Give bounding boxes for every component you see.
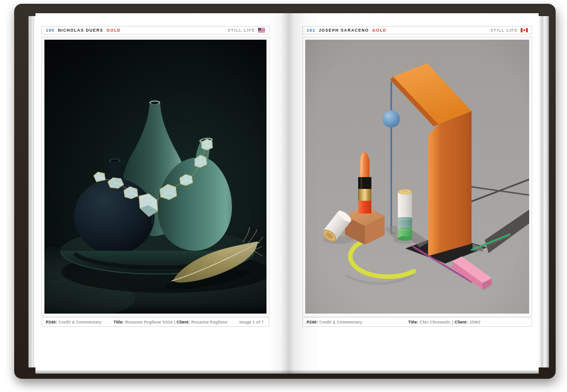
page-edge-bottom-right [287, 370, 539, 374]
right-photo-frame [302, 37, 532, 316]
page-edge-bottom-left [35, 370, 287, 374]
photographer-name: NICHOLAS DUERS [58, 28, 103, 33]
award-label: GOLD [372, 28, 387, 33]
title-label: Title: [408, 320, 418, 324]
category-area: STILL LIFE [228, 28, 265, 33]
page-edges-right [539, 16, 549, 367]
left-page-header: 160 NICHOLAS DUERS GOLD STILL LIFE [42, 26, 269, 34]
left-page: 160 NICHOLAS DUERS GOLD STILL LIFE [35, 13, 287, 370]
client-value: Rosanne Pugliese [191, 320, 227, 324]
entry-number: 161 [307, 28, 315, 33]
title-value: Rosanne Pugliese SS24 [125, 320, 173, 324]
title-client: Title: Chic Chromatic | Client: JSW2 [408, 320, 482, 324]
left-page-footer: P240: Credit & Commentary Title: Rosanne… [42, 317, 269, 327]
page-ref-value: Credit & Commentary [319, 320, 362, 324]
category-label: STILL LIFE [490, 28, 518, 33]
left-photo-still-life-vases [44, 40, 266, 314]
category-area: STILL LIFE [490, 28, 528, 33]
page-ref-label: P240: [307, 320, 318, 324]
entry-number: 160 [46, 28, 54, 33]
divider: | [452, 320, 454, 324]
left-photo-frame [42, 37, 269, 316]
right-photo-geometric-still-life [305, 40, 529, 314]
entry-credit: 160 NICHOLAS DUERS GOLD [46, 28, 121, 33]
title-label: Title: [113, 320, 123, 324]
right-page-footer: P240: Credit & Commentary Title: Chic Ch… [302, 317, 532, 327]
right-page: 161 JOSEPH SARACENO GOLD STILL LIFE [287, 13, 539, 370]
category-label: STILL LIFE [228, 28, 255, 33]
divider: | [174, 320, 175, 324]
title-client: Title: Rosanne Pugliese SS24 | Client: R… [113, 320, 229, 324]
us-flag-icon [258, 28, 265, 33]
photographer-name: JOSEPH SARACENO [318, 28, 369, 33]
book: 160 NICHOLAS DUERS GOLD STILL LIFE [14, 4, 556, 379]
page-reference: P240: Credit & Commentary [46, 320, 103, 324]
page-reference: P240: Credit & Commentary [307, 320, 364, 324]
right-page-header: 161 JOSEPH SARACENO GOLD STILL LIFE [302, 26, 532, 34]
client-label: Client: [455, 320, 468, 324]
client-value: JSW2 [469, 320, 481, 324]
canada-flag-icon [521, 28, 528, 33]
page-edges-left [28, 16, 36, 367]
title-value: Chic Chromatic [420, 320, 451, 324]
entry-credit: 161 JOSEPH SARACENO GOLD [307, 28, 387, 33]
award-label: GOLD [107, 28, 121, 33]
book-spread: 160 NICHOLAS DUERS GOLD STILL LIFE [0, 0, 567, 392]
page-ref-label: P240: [46, 320, 57, 324]
image-count: Image 1 of 7 [239, 320, 264, 324]
client-label: Client: [177, 320, 190, 324]
page-ref-value: Credit & Commentary [59, 320, 102, 324]
